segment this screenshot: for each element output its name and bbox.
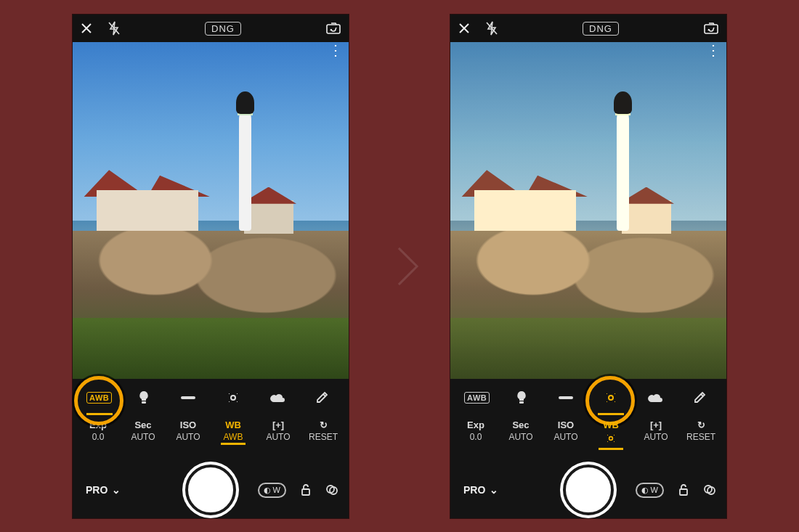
- mode-label: PRO: [86, 484, 108, 496]
- reset-icon: ↺: [320, 420, 328, 430]
- more-options-icon[interactable]: ⋮: [706, 48, 721, 52]
- mode-selector[interactable]: PRO ⌄: [463, 484, 498, 496]
- lock-open-icon[interactable]: [299, 483, 312, 496]
- svg-rect-8: [559, 396, 573, 399]
- filters-icon[interactable]: [703, 483, 716, 496]
- svg-rect-3: [302, 489, 309, 495]
- svg-rect-0: [327, 25, 340, 33]
- flash-off-icon[interactable]: [108, 21, 121, 36]
- pro-control-exposure[interactable]: Exp 0.0: [78, 420, 118, 442]
- bulb-icon: [515, 390, 528, 405]
- transition-arrow-icon: [381, 247, 418, 285]
- switch-camera-icon[interactable]: [703, 22, 719, 35]
- wb-preset-awb[interactable]: AWB: [81, 383, 118, 412]
- camera-viewfinder[interactable]: ⋮: [450, 42, 726, 379]
- pro-control-focus[interactable]: [+] AUTO: [259, 420, 298, 442]
- switch-camera-icon[interactable]: [325, 22, 341, 35]
- wb-preset-fluorescent[interactable]: [169, 383, 207, 412]
- pro-control-iso[interactable]: ISO AUTO: [169, 420, 208, 442]
- pro-control-focus[interactable]: [+]AUTO: [636, 420, 676, 442]
- file-format-pill[interactable]: DNG: [205, 22, 241, 36]
- lens-icon: ◐: [264, 486, 271, 495]
- wb-preset-custom[interactable]: [303, 383, 341, 412]
- pro-control-shutter-speed[interactable]: Sec AUTO: [123, 420, 163, 442]
- pro-controls-row: Exp0.0 SecAUTO ISOAUTO WB [+]AUTO ↺RESET: [450, 417, 726, 462]
- svg-rect-9: [680, 489, 687, 495]
- camera-top-bar: DNG: [73, 15, 349, 42]
- file-format-pill[interactable]: DNG: [583, 22, 619, 36]
- lens-icon: ◐: [641, 486, 649, 495]
- filters-icon[interactable]: [325, 483, 338, 496]
- wb-preset-fluorescent[interactable]: [547, 383, 585, 412]
- svg-rect-1: [142, 401, 146, 404]
- camera-viewfinder[interactable]: ⋮: [73, 42, 349, 379]
- pro-control-reset[interactable]: ↺ RESET: [304, 420, 343, 442]
- pro-control-white-balance[interactable]: WB: [591, 420, 630, 447]
- scene-preview: [73, 42, 349, 379]
- wb-preset-daylight[interactable]: [214, 383, 252, 412]
- sun-icon: [606, 433, 616, 443]
- fluorescent-icon: [179, 394, 197, 401]
- close-icon[interactable]: [80, 22, 93, 35]
- pro-control-iso[interactable]: ISOAUTO: [546, 420, 585, 442]
- bulb-icon: [137, 390, 150, 405]
- pro-control-white-balance[interactable]: WB AWB: [214, 420, 253, 442]
- chevron-down-icon: ⌄: [490, 484, 498, 496]
- wb-preset-daylight[interactable]: [592, 383, 630, 412]
- phone-screenshot-before: DNG ⋮ AWB: [73, 15, 349, 518]
- svg-rect-7: [519, 401, 524, 404]
- phone-screenshot-after: DNG ⋮ AWB Exp0.0 SecAUTO ISOAUTO WB [+]A…: [450, 15, 726, 518]
- white-balance-presets-row: AWB: [450, 379, 726, 417]
- awb-label: AWB: [86, 392, 112, 404]
- pro-control-shutter-speed[interactable]: SecAUTO: [501, 420, 540, 442]
- lens-toggle[interactable]: ◐W: [636, 483, 664, 498]
- lens-label: W: [273, 486, 280, 494]
- fluorescent-icon: [557, 394, 575, 401]
- camera-bottom-bar: PRO ⌄ ◐ W: [73, 462, 349, 518]
- wb-preset-incandescent[interactable]: [503, 383, 540, 412]
- pro-control-exposure[interactable]: Exp0.0: [456, 420, 495, 442]
- close-icon[interactable]: [458, 22, 471, 35]
- mode-selector[interactable]: PRO ⌄: [86, 484, 121, 496]
- wb-preset-cloudy[interactable]: [259, 383, 296, 412]
- wb-preset-incandescent[interactable]: [125, 383, 163, 412]
- cloud-icon: [647, 393, 663, 403]
- sun-icon: [604, 391, 617, 404]
- pro-controls-row: Exp 0.0 Sec AUTO ISO AUTO WB AWB [+] AUT…: [73, 417, 349, 462]
- shutter-button[interactable]: [563, 465, 614, 515]
- shutter-button[interactable]: [185, 465, 236, 515]
- wb-preset-cloudy[interactable]: [636, 383, 674, 412]
- cloud-icon: [269, 393, 285, 403]
- svg-rect-6: [705, 25, 718, 33]
- scene-preview: [450, 42, 726, 379]
- lens-label: W: [651, 486, 658, 494]
- eyedropper-icon: [315, 391, 328, 404]
- white-balance-presets-row: AWB: [73, 379, 349, 417]
- svg-rect-2: [181, 396, 195, 399]
- lock-open-icon[interactable]: [677, 483, 690, 496]
- eyedropper-icon: [693, 391, 706, 404]
- more-options-icon[interactable]: ⋮: [328, 48, 343, 52]
- wb-preset-custom[interactable]: [681, 383, 718, 412]
- pro-control-reset[interactable]: ↺RESET: [681, 420, 721, 442]
- lens-toggle[interactable]: ◐ W: [258, 483, 286, 498]
- mode-label: PRO: [463, 484, 485, 496]
- wb-preset-awb[interactable]: AWB: [458, 383, 496, 412]
- sun-icon: [227, 391, 240, 404]
- flash-off-icon[interactable]: [485, 21, 498, 36]
- camera-top-bar: DNG: [450, 15, 726, 42]
- camera-bottom-bar: PRO ⌄ ◐W: [450, 462, 726, 518]
- awb-label: AWB: [464, 392, 490, 404]
- chevron-down-icon: ⌄: [112, 484, 121, 496]
- reset-icon: ↺: [697, 420, 705, 430]
